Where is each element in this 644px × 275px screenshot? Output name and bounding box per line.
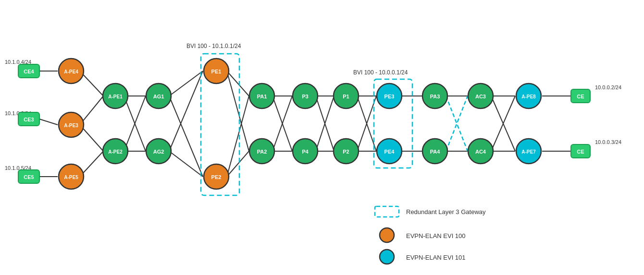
svg-text:A-PE2: A-PE2 [108,149,123,155]
svg-text:P3: P3 [302,94,308,99]
svg-text:A-PE4: A-PE4 [64,69,78,74]
svg-text:A-PE8: A-PE8 [521,94,536,99]
svg-text:AC3: AC3 [475,94,486,99]
svg-text:CE: CE [577,94,584,99]
svg-text:CE3: CE3 [24,117,34,122]
svg-text:P2: P2 [343,149,349,155]
svg-text:BVI 100 - 10.1.0.1/24: BVI 100 - 10.1.0.1/24 [186,43,241,49]
svg-text:PA2: PA2 [257,149,267,155]
svg-text:10.0.0.3/24: 10.0.0.3/24 [595,139,621,145]
svg-text:A-PE7: A-PE7 [521,149,536,155]
svg-text:A-PE5: A-PE5 [64,175,78,180]
svg-text:P4: P4 [302,149,309,155]
svg-text:10.0.0.2/24: 10.0.0.2/24 [595,84,621,90]
svg-line-13 [169,96,203,177]
svg-text:CE4: CE4 [24,69,34,74]
svg-text:EVPN-ELAN EVI 100: EVPN-ELAN EVI 100 [406,232,466,239]
svg-text:PE3: PE3 [384,94,395,99]
svg-line-1 [39,119,58,125]
svg-point-110 [380,228,394,242]
svg-text:PA3: PA3 [430,94,440,99]
topology-svg: BVI 100 - 10.1.0.1/24 BVI 100 - 10.0.0.1… [0,0,644,275]
svg-text:A-PE3: A-PE3 [64,123,78,128]
svg-text:EVPN-ELAN EVI 101: EVPN-ELAN EVI 101 [406,254,466,261]
svg-rect-108 [375,206,399,217]
svg-text:Redundant Layer 3 Gateway: Redundant Layer 3 Gateway [406,208,486,215]
svg-text:PE2: PE2 [211,174,222,180]
network-diagram: BVI 100 - 10.1.0.1/24 BVI 100 - 10.0.0.1… [0,0,644,275]
svg-text:P1: P1 [343,94,349,99]
svg-point-112 [380,250,394,264]
svg-text:AG2: AG2 [153,149,164,155]
svg-text:CE: CE [577,149,584,155]
svg-text:PE4: PE4 [384,149,395,155]
svg-text:AC4: AC4 [475,149,486,155]
svg-text:AG1: AG1 [153,94,164,99]
svg-text:BVI 100 - 10.0.0.1/24: BVI 100 - 10.0.0.1/24 [353,69,408,76]
svg-text:CE5: CE5 [24,174,34,180]
svg-text:PE1: PE1 [211,69,222,74]
svg-text:PA4: PA4 [430,149,440,155]
svg-text:A-PE1: A-PE1 [108,94,123,99]
svg-text:PA1: PA1 [257,94,267,99]
